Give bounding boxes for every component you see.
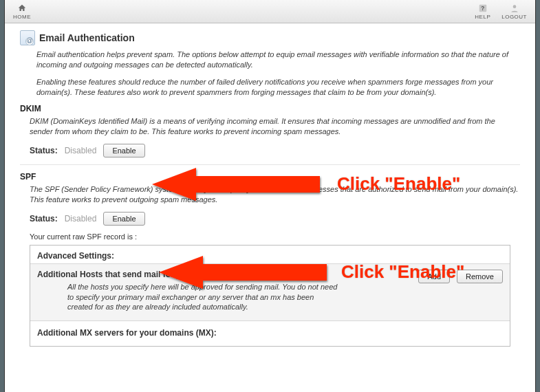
dkim-enable-button[interactable]: Enable [103,144,144,157]
help-icon: ? [477,3,488,13]
dkim-status-label: Status: [30,146,58,155]
logout-icon [509,3,520,13]
nav-help-label: HELP [475,14,490,20]
email-auth-icon [20,30,35,45]
spf-status-label: Status: [30,214,58,224]
intro-paragraph-1: Email authentication helps prevent spam.… [36,50,520,70]
dkim-status-row: Status: Disabled Enable [30,144,520,157]
advanced-mx-row: Additional MX servers for your domains (… [30,320,510,346]
spf-status-value: Disabled [65,214,97,224]
dkim-heading: DKIM [20,104,520,113]
nav-home[interactable]: HOME [10,2,34,21]
spf-status-row: Status: Disabled Enable [30,212,520,226]
nav-home-label: HOME [13,14,31,20]
top-navbar: HOME ? HELP LOGOUT [5,0,535,23]
annotation-label-dkim: Click "Enable" [337,173,460,195]
advanced-hosts-desc: All the hosts you specify here will be a… [37,282,340,313]
content-area: Email Authentication Email authenticatio… [5,23,535,392]
dkim-status-value: Disabled [65,146,97,155]
nav-logout[interactable]: LOGOUT [499,2,530,21]
spf-raw-note: Your current raw SPF record is : [30,232,520,241]
spf-enable-button[interactable]: Enable [103,212,144,226]
svg-point-2 [512,5,516,8]
dkim-description: DKIM (DomainKeys Identified Mail) is a m… [30,116,520,137]
advanced-mx-title: Additional MX servers for your domains (… [37,328,503,338]
intro-paragraph-2: Enabling these features should reduce th… [36,77,520,98]
nav-help[interactable]: ? HELP [472,2,493,21]
advanced-settings-heading: Advanced Settings: [30,246,510,263]
svg-text:?: ? [481,5,484,11]
advanced-settings-box: Advanced Settings: Additional Hosts that… [30,245,510,347]
nav-logout-label: LOGOUT [501,14,527,20]
home-icon [17,3,28,13]
page-title: Email Authentication [39,32,135,43]
divider [20,164,520,165]
annotation-label-spf: Click "Enable" [341,261,464,283]
